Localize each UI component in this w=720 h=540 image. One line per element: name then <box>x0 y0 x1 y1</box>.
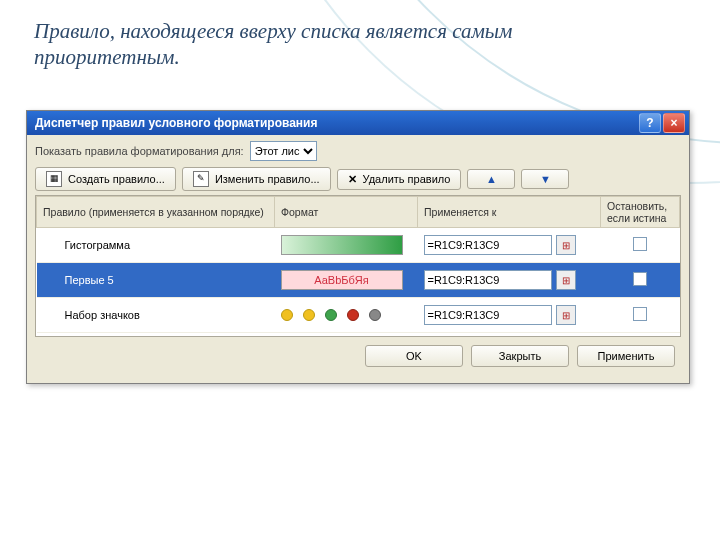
applies-to-cell: ⊞ <box>418 298 601 333</box>
rule-format-preview <box>275 298 418 333</box>
stop-if-true-checkbox[interactable] <box>633 272 647 286</box>
stop-if-true-cell <box>601 298 680 333</box>
arrow-down-icon: ▼ <box>540 173 551 185</box>
slide-caption: Правило, находящееся вверху списка являе… <box>34 18 594 71</box>
new-icon: ▦ <box>46 171 62 187</box>
rule-name: Набор значков <box>37 298 275 333</box>
icon-set-preview <box>281 309 412 321</box>
table-row[interactable]: Первые 5АаВbБбЯя⊞ <box>37 263 680 298</box>
show-for-select[interactable]: Этот лис <box>250 141 317 161</box>
applies-to-input[interactable] <box>424 235 552 255</box>
status-dot-icon <box>347 309 359 321</box>
stop-if-true-checkbox[interactable] <box>633 307 647 321</box>
titlebar[interactable]: Диспетчер правил условного форматировани… <box>27 111 689 135</box>
applies-to-input[interactable] <box>424 305 552 325</box>
applies-to-cell: ⊞ <box>418 228 601 263</box>
close-icon[interactable]: × <box>663 113 685 133</box>
rule-name: Первые 5 <box>37 263 275 298</box>
rules-table: Правило (применяется в указанном порядке… <box>36 196 680 333</box>
table-row[interactable]: Набор значков⊞ <box>37 298 680 333</box>
table-row[interactable]: Гистограмма⊞ <box>37 228 680 263</box>
apply-button[interactable]: Применить <box>577 345 675 367</box>
format-text-preview: АаВbБбЯя <box>281 270 403 290</box>
col-format: Формат <box>275 197 418 228</box>
status-dot-icon <box>325 309 337 321</box>
help-button[interactable]: ? <box>639 113 661 133</box>
status-dot-icon <box>281 309 293 321</box>
edit-icon: ✎ <box>193 171 209 187</box>
col-applies: Применяется к <box>418 197 601 228</box>
applies-to-input[interactable] <box>424 270 552 290</box>
range-picker-button[interactable]: ⊞ <box>556 305 576 325</box>
stop-if-true-cell <box>601 228 680 263</box>
delete-rule-button[interactable]: ✕ Удалить правило <box>337 169 462 190</box>
col-stop: Остановить, если истина <box>601 197 680 228</box>
ok-button[interactable]: OK <box>365 345 463 367</box>
dialog-title: Диспетчер правил условного форматировани… <box>35 116 317 130</box>
close-button[interactable]: Закрыть <box>471 345 569 367</box>
range-picker-button[interactable]: ⊞ <box>556 270 576 290</box>
status-dot-icon <box>369 309 381 321</box>
rule-format-preview <box>275 228 418 263</box>
rule-format-preview: АаВbБбЯя <box>275 263 418 298</box>
conditional-formatting-rules-manager: Диспетчер правил условного форматировани… <box>26 110 690 384</box>
status-dot-icon <box>303 309 315 321</box>
show-for-label: Показать правила форматирования для: <box>35 145 244 157</box>
range-picker-button[interactable]: ⊞ <box>556 235 576 255</box>
stop-if-true-cell <box>601 263 680 298</box>
arrow-up-icon: ▲ <box>486 173 497 185</box>
rule-name: Гистограмма <box>37 228 275 263</box>
edit-rule-button[interactable]: ✎ Изменить правило... <box>182 167 331 191</box>
data-bar-preview <box>281 235 403 255</box>
delete-icon: ✕ <box>348 173 357 186</box>
stop-if-true-checkbox[interactable] <box>633 237 647 251</box>
move-down-button[interactable]: ▼ <box>521 169 569 189</box>
move-up-button[interactable]: ▲ <box>467 169 515 189</box>
col-rule: Правило (применяется в указанном порядке… <box>37 197 275 228</box>
applies-to-cell: ⊞ <box>418 263 601 298</box>
create-rule-button[interactable]: ▦ Создать правило... <box>35 167 176 191</box>
